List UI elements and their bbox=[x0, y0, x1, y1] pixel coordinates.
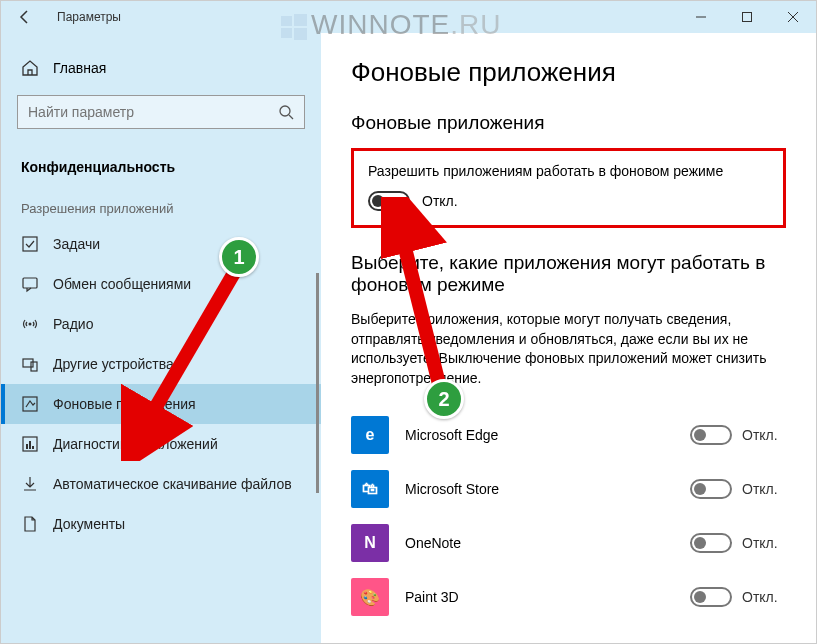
search-box[interactable] bbox=[17, 95, 305, 129]
svg-line-9 bbox=[289, 115, 293, 119]
back-button[interactable] bbox=[1, 1, 49, 33]
app-row: N OneNote Откл. bbox=[351, 516, 786, 570]
app-toggle[interactable] bbox=[690, 533, 732, 553]
devices-icon bbox=[21, 355, 39, 373]
sidebar-item-label: Обмен сообщениями bbox=[53, 276, 191, 292]
sidebar-item-auto-downloads[interactable]: Автоматическое скачивание файлов bbox=[1, 464, 321, 504]
window-title: Параметры bbox=[57, 10, 121, 24]
sidebar-item-label: Другие устройства bbox=[53, 356, 174, 372]
app-icon: N bbox=[351, 524, 389, 562]
app-toggle-state: Откл. bbox=[742, 589, 786, 605]
sidebar-section-label: Разрешения приложений bbox=[1, 191, 321, 224]
highlighted-setting: Разрешить приложениям работать в фоновом… bbox=[351, 148, 786, 228]
app-toggle-state: Откл. bbox=[742, 427, 786, 443]
scrollbar[interactable] bbox=[316, 273, 319, 493]
sidebar-item-background-apps[interactable]: Фоновые приложения bbox=[1, 384, 321, 424]
sidebar-home[interactable]: Главная bbox=[1, 49, 321, 87]
page-title: Фоновые приложения bbox=[351, 57, 786, 88]
app-toggle-state: Откл. bbox=[742, 535, 786, 551]
app-toggle-state: Откл. bbox=[742, 481, 786, 497]
app-row: 🎨 Paint 3D Откл. bbox=[351, 570, 786, 624]
tasks-icon bbox=[21, 235, 39, 253]
app-name: Microsoft Store bbox=[405, 481, 690, 497]
sidebar-item-diagnostics[interactable]: Диагностика приложений bbox=[1, 424, 321, 464]
close-button[interactable] bbox=[770, 1, 816, 33]
svg-rect-18 bbox=[29, 441, 31, 449]
message-icon bbox=[21, 275, 39, 293]
search-icon bbox=[278, 104, 294, 120]
app-toggle[interactable] bbox=[690, 587, 732, 607]
sidebar-item-label: Диагностика приложений bbox=[53, 436, 218, 452]
sidebar-item-label: Радио bbox=[53, 316, 93, 332]
sidebar-item-label: Автоматическое скачивание файлов bbox=[53, 476, 292, 492]
app-toggle[interactable] bbox=[690, 425, 732, 445]
sidebar-item-messaging[interactable]: Обмен сообщениями bbox=[1, 264, 321, 304]
app-name: Microsoft Edge bbox=[405, 427, 690, 443]
sidebar-item-other-devices[interactable]: Другие устройства bbox=[1, 344, 321, 384]
app-name: Paint 3D bbox=[405, 589, 690, 605]
svg-point-8 bbox=[280, 106, 290, 116]
maximize-button[interactable] bbox=[724, 1, 770, 33]
svg-rect-11 bbox=[23, 278, 37, 288]
svg-point-12 bbox=[29, 323, 32, 326]
app-icon: 🎨 bbox=[351, 578, 389, 616]
document-icon bbox=[21, 515, 39, 533]
svg-rect-1 bbox=[743, 13, 752, 22]
app-toggle[interactable] bbox=[690, 479, 732, 499]
sidebar-category: Конфиденциальность bbox=[1, 149, 321, 191]
main-toggle-state: Откл. bbox=[422, 193, 458, 209]
svg-rect-15 bbox=[23, 397, 37, 411]
background-apps-icon bbox=[21, 395, 39, 413]
radio-icon bbox=[21, 315, 39, 333]
titlebar: Параметры bbox=[1, 1, 816, 33]
home-icon bbox=[21, 59, 39, 77]
download-icon bbox=[21, 475, 39, 493]
sidebar-item-label: Фоновые приложения bbox=[53, 396, 196, 412]
sidebar-item-label: Задачи bbox=[53, 236, 100, 252]
section-description: Выберите приложения, которые могут получ… bbox=[351, 310, 771, 388]
sidebar-item-documents[interactable]: Документы bbox=[1, 504, 321, 544]
section-title-1: Фоновые приложения bbox=[351, 112, 786, 134]
arrow-left-icon bbox=[17, 9, 33, 25]
section-title-2: Выберите, какие приложения могут работат… bbox=[351, 252, 786, 296]
sidebar: Главная Конфиденциальность Разрешения пр… bbox=[1, 33, 321, 643]
svg-rect-17 bbox=[26, 444, 28, 449]
svg-rect-10 bbox=[23, 237, 37, 251]
app-icon: 🛍 bbox=[351, 470, 389, 508]
sidebar-item-radio[interactable]: Радио bbox=[1, 304, 321, 344]
window-controls bbox=[678, 1, 816, 33]
sidebar-item-tasks[interactable]: Задачи bbox=[1, 224, 321, 264]
app-row: 🛍 Microsoft Store Откл. bbox=[351, 462, 786, 516]
sidebar-home-label: Главная bbox=[53, 60, 106, 76]
app-icon: e bbox=[351, 416, 389, 454]
app-row: e Microsoft Edge Откл. bbox=[351, 408, 786, 462]
search-input[interactable] bbox=[28, 104, 278, 120]
sidebar-item-label: Документы bbox=[53, 516, 125, 532]
content-area: Фоновые приложения Фоновые приложения Ра… bbox=[321, 33, 816, 643]
annotation-badge-2: 2 bbox=[424, 379, 464, 419]
main-toggle-label: Разрешить приложениям работать в фоновом… bbox=[368, 163, 769, 179]
app-name: OneNote bbox=[405, 535, 690, 551]
main-toggle[interactable] bbox=[368, 191, 410, 211]
diagnostics-icon bbox=[21, 435, 39, 453]
minimize-button[interactable] bbox=[678, 1, 724, 33]
svg-rect-19 bbox=[32, 446, 34, 449]
annotation-badge-1: 1 bbox=[219, 237, 259, 277]
